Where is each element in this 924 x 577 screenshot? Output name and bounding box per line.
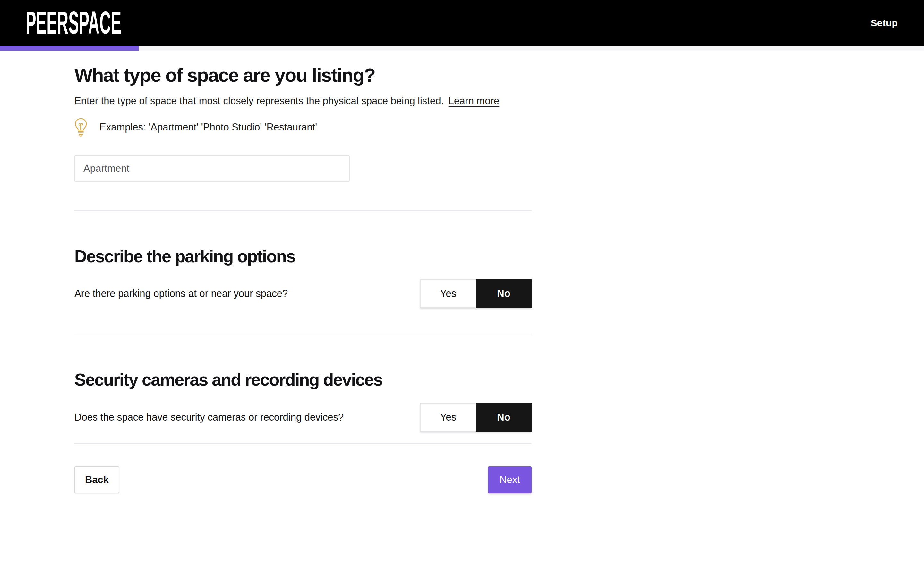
- section-divider: [74, 210, 531, 211]
- footer-actions: Back Next: [74, 466, 531, 525]
- lightbulb-icon: [74, 118, 87, 137]
- next-button[interactable]: Next: [488, 466, 531, 493]
- parking-question-row: Are there parking options at or near you…: [74, 279, 531, 308]
- space-type-input[interactable]: [74, 155, 350, 182]
- parking-yes-button[interactable]: Yes: [420, 279, 476, 308]
- tip-text: Examples: 'Apartment' 'Photo Studio' 'Re…: [99, 121, 317, 133]
- section-divider: [74, 334, 531, 334]
- tip-row: Examples: 'Apartment' 'Photo Studio' 'Re…: [74, 118, 531, 137]
- progress-bar-track: [0, 46, 924, 51]
- security-question: Does the space have security cameras or …: [74, 412, 344, 423]
- setup-nav-link[interactable]: Setup: [871, 18, 898, 29]
- footer-divider: [74, 443, 531, 444]
- page-subtitle-row: Enter the type of space that most closel…: [74, 94, 531, 108]
- peerspace-logo[interactable]: PEERSPACE: [26, 10, 122, 37]
- logo-text: PEERSPACE: [26, 10, 121, 37]
- setup-form: What type of space are you listing? Ente…: [74, 65, 531, 525]
- parking-section-heading: Describe the parking options: [74, 247, 531, 266]
- security-toggle-group: Yes No: [420, 403, 531, 432]
- parking-toggle-group: Yes No: [420, 279, 531, 308]
- progress-fill: [0, 46, 139, 51]
- parking-no-button[interactable]: No: [476, 279, 531, 308]
- security-no-button[interactable]: No: [476, 403, 531, 432]
- security-section-heading: Security cameras and recording devices: [74, 370, 531, 389]
- page-subtitle: Enter the type of space that most closel…: [74, 95, 444, 106]
- security-question-row: Does the space have security cameras or …: [74, 403, 531, 432]
- page-title: What type of space are you listing?: [74, 65, 531, 86]
- back-button[interactable]: Back: [74, 466, 120, 493]
- parking-question: Are there parking options at or near you…: [74, 288, 288, 300]
- top-navigation-bar: PEERSPACE Setup: [0, 0, 924, 46]
- learn-more-link[interactable]: Learn more: [449, 95, 499, 106]
- security-yes-button[interactable]: Yes: [420, 403, 476, 432]
